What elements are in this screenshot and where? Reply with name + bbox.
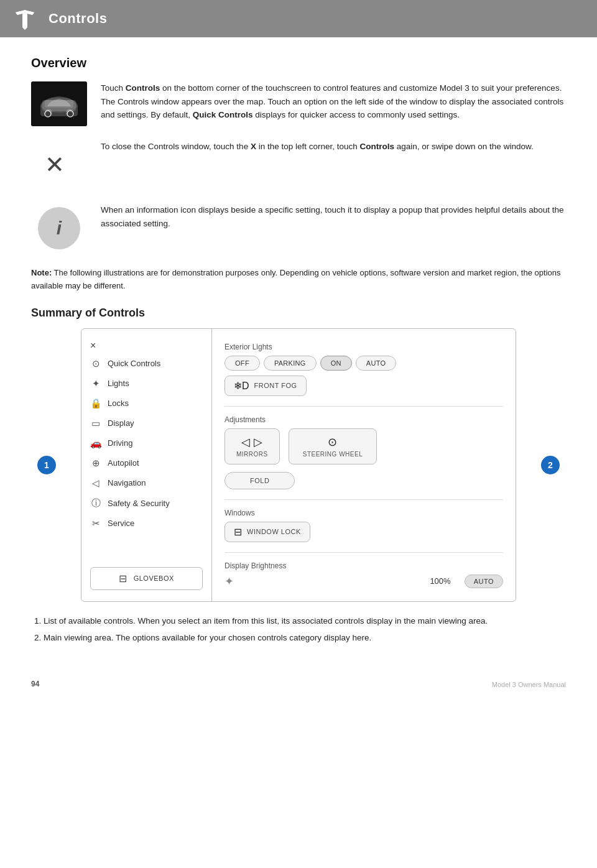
glovebox-icon: ⊟ [119,573,127,584]
steering-wheel-icon: ⊙ [328,435,337,449]
front-fog-label: FRONT FOG [254,382,297,389]
adjustments-row: ◁ ▷ MIRRORS ⊙ STEERING WHEEL [224,428,503,464]
tesla-logo-icon [12,6,37,31]
quick-controls-icon: ⊙ [90,358,101,369]
btn-off[interactable]: OFF [224,356,260,371]
page-header: Controls [0,0,597,37]
page-title: Controls [49,11,107,27]
note-label: Note: [31,268,52,277]
svg-point-8 [45,111,51,117]
autopilot-icon: ⊕ [90,458,101,469]
adjustments-label: Adjustments [224,415,503,424]
mirrors-label: MIRRORS [236,451,268,458]
lights-label: Lights [108,379,129,388]
brightness-row: ✦ 100% AUTO [224,575,503,588]
driving-icon: 🚗 [90,438,101,449]
mirror-right-icon: ▷ [254,435,262,449]
overview-text-2: To close the Controls window, touch the … [101,140,534,154]
divider-3 [224,552,503,553]
fog-button-row: ❄D FRONT FOG [224,376,503,396]
x-icon: ✕ [45,153,65,177]
sidebar-item-display[interactable]: ▭ Display [81,413,211,433]
brightness-sun-icon: ✦ [224,575,234,588]
display-brightness-label: Display Brightness [224,561,503,570]
x-icon-box: ✕ [31,140,87,190]
navigation-label: Navigation [108,478,146,487]
numbered-list: List of available controls. When you sel… [31,614,566,645]
display-icon: ▭ [90,418,101,429]
divider-1 [224,406,503,407]
close-button[interactable]: × [81,335,211,354]
callout-1: 1 [37,456,56,474]
sidebar-item-safety[interactable]: ⓘ Safety & Security [81,493,211,514]
sidebar-item-quick-controls[interactable]: ⊙ Quick Controls [81,354,211,374]
locks-icon: 🔒 [90,398,101,409]
service-icon: ✂ [90,518,101,529]
lights-icon: ✦ [90,378,101,389]
sidebar-item-service[interactable]: ✂ Service [81,514,211,533]
navigation-icon: ◁ [90,478,101,489]
note-text: Note: The following illustrations are fo… [31,267,566,293]
note-body: The following illustrations are for demo… [31,268,560,290]
overview-row-3: i When an information icon displays besi… [31,203,566,253]
autopilot-label: Autopilot [108,458,139,468]
steering-wheel-button[interactable]: ⊙ STEERING WHEEL [289,428,377,464]
steering-wheel-label: STEERING WHEEL [303,451,363,458]
locks-label: Locks [108,399,129,408]
glovebox-label: GLOVEBOX [134,575,174,582]
svg-rect-10 [45,100,73,108]
fold-button[interactable]: FOLD [224,472,295,489]
btn-parking[interactable]: PARKING [264,356,317,371]
sidebar-item-locks[interactable]: 🔒 Locks [81,394,211,413]
overview-row-2: ✕ To close the Controls window, touch th… [31,140,566,190]
btn-on[interactable]: ON [320,356,352,371]
glovebox-button[interactable]: ⊟ GLOVEBOX [90,567,203,590]
divider-2 [224,499,503,500]
safety-icon: ⓘ [90,497,101,509]
list-item-1: List of available controls. When you sel… [44,614,566,628]
overview-text-3: When an information icon displays beside… [101,203,566,230]
summary-title: Summary of Controls [31,307,566,320]
sidebar-item-navigation[interactable]: ◁ Navigation [81,473,211,493]
overview-title: Overview [31,56,566,70]
car-icon-box [31,81,87,126]
mirrors-icons: ◁ ▷ [241,435,262,449]
fog-icon: ❄D [234,380,249,392]
driving-label: Driving [108,438,132,448]
window-lock-button[interactable]: ⊟ WINDOW LOCK [224,522,310,542]
car-icon [31,81,87,126]
window-lock-row: ⊟ WINDOW LOCK [224,522,503,542]
mirror-left-icon: ◁ [241,435,250,449]
exterior-lights-label: Exterior Lights [224,343,503,351]
diagram-wrapper: 1 2 × ⊙ Quick Controls ✦ Lights 🔒 Lock [62,328,535,602]
controls-diagram: × ⊙ Quick Controls ✦ Lights 🔒 Locks ▭ Di… [81,328,516,602]
page-footer: 94 Model 3 Owners Manual [0,673,597,695]
window-lock-icon: ⊟ [234,526,242,538]
overview-text-1: Touch Controls on the bottom corner of t… [101,81,566,122]
window-lock-label: WINDOW LOCK [247,528,301,535]
btn-auto[interactable]: AUTO [356,356,397,371]
brightness-percent: 100% [430,576,450,586]
info-circle-icon: i [38,207,80,249]
left-panel: × ⊙ Quick Controls ✦ Lights 🔒 Locks ▭ Di… [81,329,212,601]
page-number: 94 [31,680,39,688]
sidebar-item-driving[interactable]: 🚗 Driving [81,433,211,453]
footer-watermark: Model 3 Owners Manual [492,681,566,688]
list-item-2: Main viewing area. The options available… [44,631,566,645]
fold-button-row: FOLD [224,472,503,489]
overview-row-1: Touch Controls on the bottom corner of t… [31,81,566,126]
right-panel: Exterior Lights OFF PARKING ON AUTO ❄D F… [212,329,516,601]
main-content: Overview Touch Controls on the bottom co… [0,37,597,667]
exterior-lights-buttons: OFF PARKING ON AUTO [224,356,503,371]
svg-point-9 [67,111,73,117]
auto-badge[interactable]: AUTO [465,575,503,588]
quick-controls-label: Quick Controls [108,359,160,368]
info-icon-box: i [31,203,87,253]
service-label: Service [108,519,134,528]
mirrors-button[interactable]: ◁ ▷ MIRRORS [224,428,280,464]
callout-2: 2 [541,456,560,474]
sidebar-item-lights[interactable]: ✦ Lights [81,374,211,394]
display-label: Display [108,418,134,428]
sidebar-item-autopilot[interactable]: ⊕ Autopilot [81,453,211,473]
front-fog-button[interactable]: ❄D FRONT FOG [224,376,307,396]
